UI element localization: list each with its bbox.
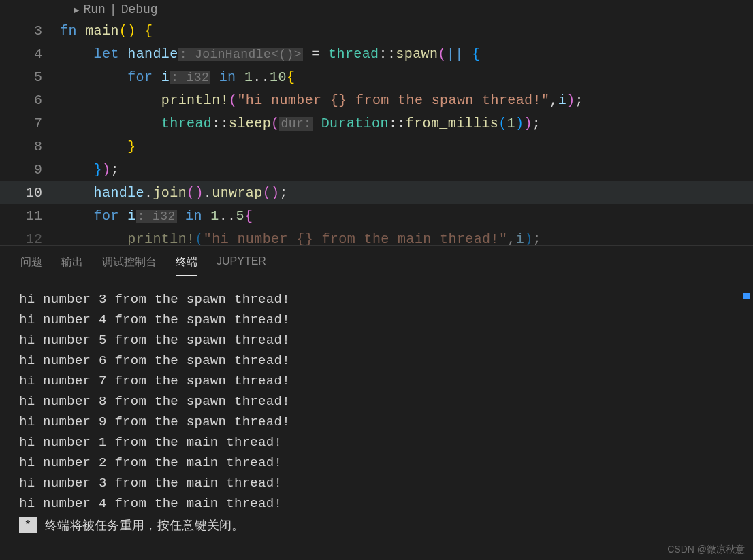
- scrollbar-marker[interactable]: [743, 293, 750, 299]
- line-number: 8: [0, 139, 60, 154]
- tab-problems[interactable]: 问题: [20, 255, 42, 276]
- line-number: 4: [0, 46, 60, 62]
- code-line: 3 fn main() {: [0, 19, 753, 42]
- panel-tabs: 问题 输出 调试控制台 终端 JUPYTER: [0, 246, 753, 276]
- code-line: 6 println!("hi number {} from the spawn …: [0, 88, 753, 112]
- code-area[interactable]: 3 fn main() { 4 let handle: JoinHandle<(…: [0, 19, 753, 245]
- tab-debug-console[interactable]: 调试控制台: [102, 255, 157, 276]
- code-line: 10 handle.join().unwrap();: [0, 181, 753, 204]
- terminal-footer: * 终端将被任务重用，按任意键关闭。: [19, 515, 734, 536]
- task-indicator-icon: *: [19, 517, 37, 533]
- code-line: 11 for i: i32 in 1..5{: [0, 204, 753, 227]
- terminal-line: hi number 7 from the spawn thread!: [19, 371, 734, 391]
- line-number: 11: [0, 208, 60, 224]
- terminal-line: hi number 4 from the main thread!: [19, 493, 734, 514]
- terminal-line: hi number 8 from the spawn thread!: [19, 391, 734, 412]
- code-line: 7 thread::sleep(dur: Duration::from_mill…: [0, 112, 753, 135]
- line-number: 7: [0, 116, 60, 131]
- terminal-line: hi number 4 from the spawn thread!: [19, 310, 734, 330]
- line-number: 12: [0, 231, 60, 246]
- terminal-line: hi number 2 from the main thread!: [19, 452, 734, 473]
- code-line: 9 });: [0, 158, 753, 181]
- tab-terminal[interactable]: 终端: [176, 255, 197, 276]
- line-number: 3: [0, 23, 60, 39]
- code-line: 5 for i: i32 in 1..10{: [0, 65, 753, 88]
- line-number: 10: [0, 185, 60, 201]
- tab-jupyter[interactable]: JUPYTER: [217, 255, 266, 276]
- line-number: 9: [0, 162, 60, 178]
- tab-output[interactable]: 输出: [61, 255, 83, 276]
- terminal-line: hi number 6 from the spawn thread!: [19, 350, 734, 371]
- watermark: CSDN @微凉秋意: [667, 544, 745, 556]
- terminal-line: hi number 1 from the main thread!: [19, 432, 734, 452]
- editor-pane: ▶ Run | Debug 3 fn main() { 4 let handle…: [0, 0, 753, 245]
- terminal-line: hi number 9 from the spawn thread!: [19, 412, 734, 432]
- play-icon: ▶: [74, 4, 79, 16]
- terminal-line: hi number 3 from the spawn thread!: [19, 289, 734, 310]
- codelens-run[interactable]: Run: [83, 3, 105, 16]
- codelens: ▶ Run | Debug: [0, 0, 753, 19]
- line-number: 6: [0, 93, 60, 108]
- line-number: 5: [0, 69, 60, 85]
- code-line: 4 let handle: JoinHandle<()> = thread::s…: [0, 42, 753, 65]
- terminal-footer-text: 终端将被任务重用，按任意键关闭。: [45, 515, 244, 536]
- codelens-sep: |: [110, 3, 117, 16]
- terminal-line: hi number 5 from the spawn thread!: [19, 330, 734, 350]
- terminal-line: hi number 3 from the main thread!: [19, 473, 734, 493]
- codelens-debug[interactable]: Debug: [121, 3, 158, 16]
- terminal-output[interactable]: hi number 3 from the spawn thread! hi nu…: [0, 276, 753, 536]
- code-line: 8 }: [0, 135, 753, 158]
- bottom-panel: 问题 输出 调试控制台 终端 JUPYTER hi number 3 from …: [0, 245, 753, 560]
- code-line: 12 println!("hi number {} from the main …: [0, 227, 753, 245]
